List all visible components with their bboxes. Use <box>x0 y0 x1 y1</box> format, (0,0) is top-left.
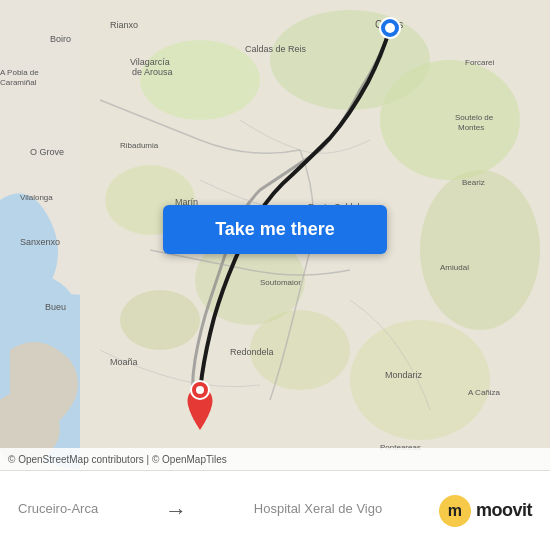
moovit-icon: m <box>439 495 471 527</box>
svg-text:Forcarei: Forcarei <box>465 58 495 67</box>
origin-section: Cruceiro-Arca <box>18 501 98 520</box>
svg-text:Sanxenxo: Sanxenxo <box>20 237 60 247</box>
svg-text:A Pobla de: A Pobla de <box>0 68 39 77</box>
svg-text:Caldas de Reis: Caldas de Reis <box>245 44 307 54</box>
moovit-logo: m moovit <box>439 495 532 527</box>
svg-text:Vilagarcía: Vilagarcía <box>130 57 170 67</box>
svg-point-5 <box>420 170 540 330</box>
svg-point-6 <box>350 320 490 440</box>
svg-text:Ribadumia: Ribadumia <box>120 141 159 150</box>
svg-text:Amiudal: Amiudal <box>440 263 469 272</box>
svg-text:Mondariz: Mondariz <box>385 370 423 380</box>
svg-text:O Grove: O Grove <box>30 147 64 157</box>
map-container: Boiro Rianxo A Pobla de Caramiñal Vilaga… <box>0 0 550 470</box>
origin-label: Cruceiro-Arca <box>18 501 98 516</box>
svg-text:Vilalonga: Vilalonga <box>20 193 53 202</box>
svg-point-2 <box>140 40 260 120</box>
svg-text:Soutomaior: Soutomaior <box>260 278 301 287</box>
svg-text:Soutelo de: Soutelo de <box>455 113 494 122</box>
svg-text:Moaña: Moaña <box>110 357 138 367</box>
svg-text:Bueu: Bueu <box>45 302 66 312</box>
svg-text:Rianxo: Rianxo <box>110 20 138 30</box>
svg-point-40 <box>196 386 204 394</box>
svg-text:de Arousa: de Arousa <box>132 67 173 77</box>
svg-text:Caramiñal: Caramiñal <box>0 78 37 87</box>
svg-point-10 <box>120 290 200 350</box>
map-attribution: © OpenStreetMap contributors | © OpenMap… <box>0 448 550 470</box>
destination-label: Hospital Xeral de Vigo <box>254 501 382 516</box>
svg-text:Boiro: Boiro <box>50 34 71 44</box>
route-arrow: → <box>155 498 197 524</box>
take-me-there-button[interactable]: Take me there <box>163 205 387 254</box>
footer: Cruceiro-Arca → Hospital Xeral de Vigo m… <box>0 470 550 550</box>
svg-text:A Cañiza: A Cañiza <box>468 388 501 397</box>
svg-text:Redondela: Redondela <box>230 347 274 357</box>
svg-text:Beariz: Beariz <box>462 178 485 187</box>
svg-point-4 <box>380 60 520 180</box>
destination-section: Hospital Xeral de Vigo <box>254 501 382 520</box>
moovit-brand-name: moovit <box>476 500 532 521</box>
svg-text:Montes: Montes <box>458 123 484 132</box>
attribution-text: © OpenStreetMap contributors | © OpenMap… <box>8 454 227 465</box>
svg-point-38 <box>385 23 395 33</box>
